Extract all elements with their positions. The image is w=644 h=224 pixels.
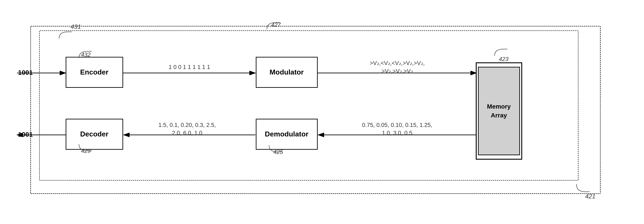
input-top-label: 1001	[18, 69, 33, 76]
encoder-label: Encoder	[80, 68, 108, 76]
diagram-container: 421 431 Encoder	[12, 12, 632, 212]
decoder-box: Decoder	[66, 119, 123, 150]
label-427: 427	[271, 22, 281, 28]
label-425: 425	[274, 148, 283, 156]
memory-array-box: MemoryArray	[478, 67, 520, 155]
modulated-signal-label: >V₂,<V₂,<V₂,>V₂,>V₂, >V₂,>V₂,>V₂	[324, 59, 470, 75]
encoder-box: Encoder	[66, 57, 123, 88]
demodulated-values-label: 0.75, 0.05, 0.10, 0.15, 1.25, 1.0, 3.0, …	[324, 121, 470, 137]
encoded-bits-label: 1 0 0 1 1 1 1 1 1	[130, 63, 249, 71]
demodulator-box: Demodulator	[256, 119, 318, 150]
decoder-label: Decoder	[80, 130, 108, 138]
label-421: 421	[585, 193, 596, 200]
modulator-label: Modulator	[270, 68, 304, 76]
decoded-values-label: 1.5, 0.1, 0.20, 0.3, 2.5, 2.0, 6.0, 1.0	[125, 121, 249, 137]
memory-array-label: MemoryArray	[487, 102, 511, 120]
label-432: 432	[81, 51, 91, 58]
label-431: 431	[71, 23, 81, 30]
label-429: 429	[81, 148, 91, 154]
label-423: 423	[499, 56, 508, 62]
input-bottom-label: 1001	[18, 131, 33, 138]
modulator-box: Modulator	[256, 57, 318, 88]
demodulator-label: Demodulator	[265, 130, 308, 138]
